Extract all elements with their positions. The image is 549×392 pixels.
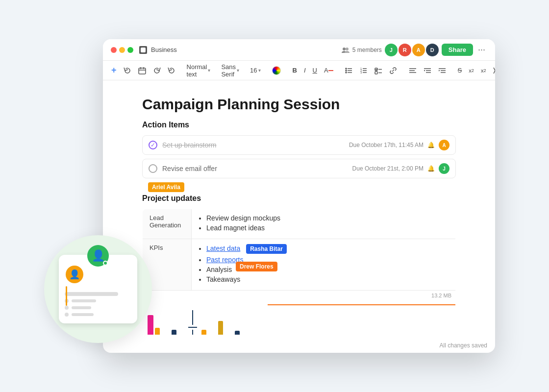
svg-rect-0 bbox=[141, 48, 146, 52]
chart-cell: 13.2 MB bbox=[143, 291, 456, 344]
bar-blue-2 bbox=[172, 330, 176, 335]
lead-gen-label: LeadGeneration bbox=[143, 209, 192, 239]
left-circle-illustration: 👤 👤 bbox=[44, 235, 152, 343]
online-indicator bbox=[103, 261, 108, 266]
assignee-avatar-2: J bbox=[439, 163, 449, 174]
svg-point-7 bbox=[346, 68, 347, 69]
members-icon bbox=[342, 47, 349, 53]
font-family-select[interactable]: Sans Serif ▾ bbox=[219, 62, 241, 79]
outdent-button[interactable] bbox=[421, 65, 434, 76]
tooltip-rasha-bitar: Rasha Bitar bbox=[246, 244, 287, 254]
project-updates-heading: Project updates bbox=[142, 194, 456, 203]
card-mockup: 👤 👤 bbox=[59, 255, 137, 323]
card-avatar-green: 👤 bbox=[87, 245, 109, 267]
action-item-2-due: Due October 21st, 2:00 PM bbox=[352, 165, 424, 172]
chart-group-2 bbox=[172, 330, 176, 335]
project-updates-section: Project updates LeadGeneration Review de… bbox=[142, 194, 456, 344]
check-circle-2[interactable] bbox=[149, 164, 157, 173]
card-dot-row-3 bbox=[65, 313, 131, 317]
close-button[interactable] bbox=[111, 47, 117, 53]
undo-button[interactable] bbox=[150, 65, 163, 76]
saved-status: All changes saved bbox=[440, 342, 487, 349]
chart-value-label: 13.2 MB bbox=[431, 293, 451, 298]
chart-bars-container bbox=[148, 305, 450, 335]
numbered-list-button[interactable]: 123 bbox=[357, 65, 370, 76]
maximize-button[interactable] bbox=[127, 47, 133, 53]
bold-button[interactable]: B bbox=[290, 65, 299, 76]
card-dot-line-2 bbox=[72, 306, 91, 309]
svg-point-1 bbox=[343, 48, 346, 50]
window-controls bbox=[111, 47, 133, 53]
tooltip-ariel-avila: Ariel Avila bbox=[148, 182, 184, 192]
forward-button[interactable] bbox=[165, 65, 178, 76]
members-count: 5 members bbox=[352, 47, 382, 53]
updates-table: LeadGeneration Review design mockups Lea… bbox=[142, 209, 456, 344]
chart-spike-1 bbox=[192, 310, 193, 325]
action-item-1-due: Due October 17th, 11:45 AM bbox=[349, 142, 424, 148]
list-item-lead-magnet: Lead magnet ideas bbox=[206, 224, 449, 232]
app-icon bbox=[139, 46, 147, 54]
more-button[interactable]: ··· bbox=[476, 45, 487, 55]
subscript-button[interactable]: x2 bbox=[478, 66, 489, 75]
members-info: 5 members J R A D Share ··· bbox=[342, 44, 487, 56]
card-dot-row-2 bbox=[65, 306, 131, 310]
check-circle-done[interactable]: ✓ bbox=[149, 141, 157, 149]
bar-yellow-1 bbox=[155, 328, 160, 335]
bar-blue-5 bbox=[235, 331, 240, 335]
document-title: Business bbox=[151, 46, 338, 53]
share-button[interactable]: Share bbox=[442, 44, 473, 56]
action-items-heading: Action Items bbox=[142, 121, 456, 129]
svg-text:3: 3 bbox=[360, 71, 362, 74]
action-item-2-wrapper: Revise email offer Due October 21st, 2:0… bbox=[142, 159, 456, 178]
svg-point-2 bbox=[346, 48, 349, 50]
align-button[interactable] bbox=[406, 65, 419, 76]
latest-data-link[interactable]: Latest data bbox=[206, 245, 240, 252]
superscript-button[interactable]: x2 bbox=[466, 66, 476, 75]
title-bar: Business 5 members J R A D Share ··· bbox=[103, 39, 495, 61]
svg-point-9 bbox=[346, 70, 347, 71]
text-style-select[interactable]: Normal text ▾ bbox=[185, 62, 213, 79]
avatar-j: J bbox=[385, 44, 398, 56]
person-icon-green: 👤 bbox=[92, 249, 105, 262]
chart-spike-2 bbox=[192, 330, 193, 335]
formula-button[interactable] bbox=[490, 65, 495, 76]
minimize-button[interactable] bbox=[119, 47, 125, 53]
checklist-button[interactable] bbox=[372, 65, 385, 76]
member-avatars: J R A D bbox=[385, 44, 439, 56]
action-item-1-meta: Due October 17th, 11:45 AM 🔔 A bbox=[349, 140, 449, 150]
action-item-1-text: Set up brainstorm bbox=[162, 141, 349, 149]
lead-gen-content: Review design mockups Lead magnet ideas bbox=[192, 209, 456, 239]
font-size-select[interactable]: 16 ▾ bbox=[248, 66, 262, 75]
bullet-list-button[interactable] bbox=[343, 65, 355, 76]
bell-icon-2: 🔔 bbox=[427, 165, 435, 172]
table-row-chart: 13.2 MB bbox=[143, 291, 456, 344]
italic-button[interactable]: I bbox=[301, 65, 308, 76]
card-dot-2 bbox=[65, 306, 69, 310]
link-button[interactable] bbox=[387, 65, 399, 76]
card-dot-line-3 bbox=[72, 313, 94, 316]
add-button[interactable]: + bbox=[109, 63, 119, 77]
font-color-button[interactable]: A bbox=[322, 65, 336, 76]
action-item-2-meta: Due October 21st, 2:00 PM 🔔 J bbox=[352, 163, 449, 174]
indent-button[interactable] bbox=[436, 65, 449, 76]
card-avatar-orange: 👤 bbox=[66, 266, 83, 283]
card-dot-row-1 bbox=[65, 299, 131, 303]
avatar-r: R bbox=[399, 44, 411, 56]
redo-button[interactable] bbox=[121, 65, 134, 76]
chart-area: 13.2 MB bbox=[143, 291, 455, 340]
underline-button[interactable]: U bbox=[310, 65, 320, 76]
action-item-2: Revise email offer Due October 21st, 2:0… bbox=[142, 159, 456, 178]
table-row-kpis: KPIs Latest data Rasha Bitar Past report… bbox=[143, 239, 456, 291]
avatar-a: A bbox=[412, 44, 425, 56]
color-button[interactable] bbox=[270, 64, 283, 77]
chart-line-h bbox=[188, 327, 197, 328]
chart-group-5 bbox=[235, 331, 240, 335]
chart-group-1 bbox=[148, 315, 160, 335]
chart-group-4 bbox=[218, 321, 223, 335]
avatar-d: D bbox=[426, 44, 439, 56]
calendar-button[interactable] bbox=[136, 65, 149, 76]
strikethrough-button[interactable]: S bbox=[455, 65, 465, 76]
card-lines bbox=[65, 292, 131, 317]
toolbar: + Normal text ▾ Sans Serif ▾ bbox=[103, 61, 495, 80]
card-dot-3 bbox=[65, 313, 69, 317]
